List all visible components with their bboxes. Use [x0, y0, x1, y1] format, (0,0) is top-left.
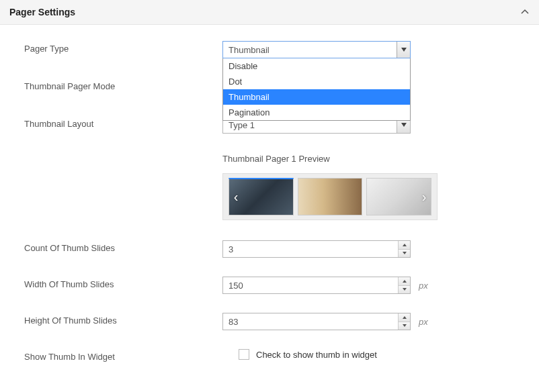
count-input[interactable]	[223, 241, 398, 257]
dropdown-toggle-icon[interactable]	[397, 42, 410, 58]
row-pager-type: Pager Type Thumbnail Disable Dot Thumbna…	[24, 41, 515, 58]
panel-title: Pager Settings	[9, 7, 75, 17]
height-spin-up[interactable]	[399, 313, 410, 322]
width-input-wrap	[222, 277, 411, 294]
row-height: Height Of Thumb Slides px	[24, 313, 515, 330]
pager-type-dropdown: Disable Dot Thumbnail Pagination	[222, 58, 411, 121]
height-input-wrap	[222, 313, 411, 330]
pager-type-option-thumbnail[interactable]: Thumbnail	[223, 89, 410, 105]
carousel-prev-icon[interactable]: ‹	[230, 188, 242, 205]
count-input-wrap	[222, 240, 411, 258]
pager-type-option-pagination[interactable]: Pagination	[223, 105, 410, 120]
show-widget-checkbox[interactable]	[239, 349, 249, 360]
show-widget-text: Check to show thumb in widget	[256, 350, 377, 360]
panel-header[interactable]: Pager Settings	[0, 0, 539, 25]
row-show-widget: Show Thumb In Widget Check to show thumb…	[24, 349, 515, 366]
width-spin-up[interactable]	[399, 277, 410, 286]
width-spinner	[398, 277, 410, 293]
pager-type-option-disable[interactable]: Disable	[223, 58, 410, 74]
count-spinner	[398, 241, 410, 257]
width-input[interactable]	[223, 277, 398, 293]
label-width: Width Of Thumb Slides	[24, 277, 222, 289]
row-preview: Thumbnail Pager 1 Preview ‹ ›	[24, 154, 515, 220]
width-spin-down[interactable]	[399, 286, 410, 294]
preview-thumb-2[interactable]	[298, 178, 363, 215]
thumb-row	[227, 178, 433, 215]
row-count: Count Of Thumb Slides	[24, 240, 515, 258]
label-thumb-mode: Thumbnail Pager Mode	[24, 79, 222, 91]
label-show-widget: Show Thumb In Widget	[24, 349, 222, 362]
pager-type-select[interactable]: Thumbnail	[222, 41, 411, 58]
label-thumb-layout: Thumbnail Layout	[24, 116, 222, 129]
height-unit: px	[419, 313, 428, 330]
panel-body: Pager Type Thumbnail Disable Dot Thumbna…	[0, 25, 539, 389]
label-count: Count Of Thumb Slides	[24, 240, 222, 253]
label-pager-type: Pager Type	[24, 41, 222, 54]
height-spin-down[interactable]	[399, 322, 410, 330]
thumb-layout-value: Type 1	[223, 120, 397, 130]
preview-title: Thumbnail Pager 1 Preview	[222, 154, 438, 164]
chevron-up-icon[interactable]	[520, 7, 530, 17]
label-height: Height Of Thumb Slides	[24, 313, 222, 326]
width-unit: px	[419, 277, 428, 294]
pager-type-option-dot[interactable]: Dot	[223, 74, 410, 89]
row-width: Width Of Thumb Slides px	[24, 277, 515, 294]
height-input[interactable]	[223, 313, 398, 330]
count-spin-up[interactable]	[399, 241, 410, 250]
pager-type-value: Thumbnail	[223, 45, 397, 55]
height-spinner	[398, 313, 410, 330]
preview-carousel: ‹ ›	[222, 173, 438, 220]
count-spin-down[interactable]	[399, 250, 410, 258]
carousel-next-icon[interactable]: ›	[418, 188, 430, 205]
